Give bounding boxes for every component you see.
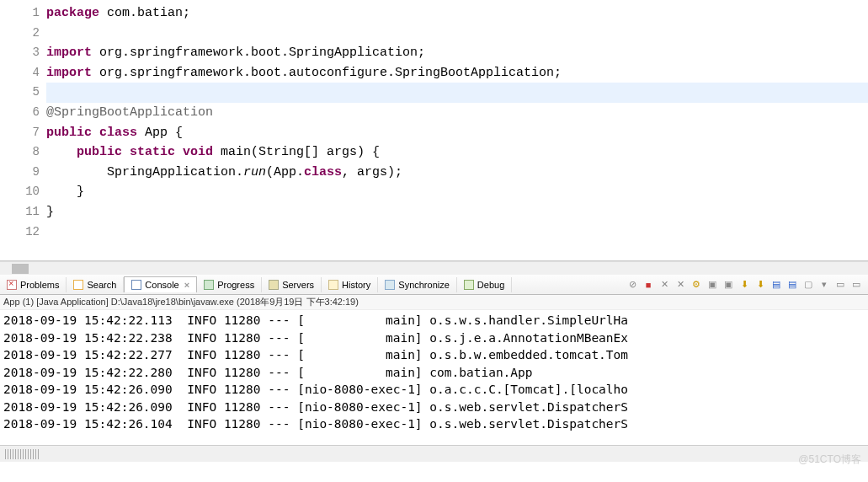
- line-number: 12: [0, 222, 40, 243]
- code-line[interactable]: }: [46, 202, 868, 222]
- tab-label: Servers: [282, 280, 314, 290]
- code-line[interactable]: [46, 222, 868, 243]
- line-number: 10: [0, 182, 40, 202]
- search-icon: [73, 280, 83, 290]
- tab-label: Problems: [20, 280, 59, 290]
- toolbar-button-3[interactable]: ✕: [674, 278, 687, 292]
- debug-icon: [464, 280, 474, 290]
- code-line[interactable]: [46, 24, 868, 44]
- toolbar-button-7[interactable]: ⬇: [738, 278, 751, 292]
- tab-label: Search: [87, 280, 116, 290]
- code-content[interactable]: package com.batian; import org.springfra…: [46, 0, 868, 260]
- tab-label: History: [342, 280, 370, 290]
- toolbar-button-0[interactable]: ⊘: [626, 278, 639, 292]
- views-tab-bar: ProblemsSearchConsole×ProgressServersHis…: [0, 275, 868, 295]
- tab-label: Progress: [217, 280, 254, 290]
- toolbar-button-12[interactable]: ▾: [817, 278, 831, 292]
- line-number: 1: [0, 3, 40, 24]
- toolbar-button-2[interactable]: ✕: [658, 278, 671, 292]
- servers-icon: [269, 280, 279, 290]
- tab-search[interactable]: Search: [67, 277, 124, 292]
- status-bar: [0, 445, 868, 462]
- code-line[interactable]: package com.batian;: [46, 3, 868, 24]
- line-number: 9: [0, 163, 40, 183]
- editor-horizontal-scrollbar[interactable]: [0, 261, 868, 275]
- line-number-gutter: 123456789101112: [0, 0, 46, 260]
- problems-icon: [7, 280, 17, 290]
- toolbar-button-6[interactable]: ▣: [722, 278, 735, 292]
- console-launch-info: App (1) [Java Application] D:\Java18\jre…: [0, 295, 868, 310]
- toolbar-button-4[interactable]: ⚙: [690, 278, 703, 292]
- code-line[interactable]: [46, 83, 868, 103]
- toolbar-button-9[interactable]: ▤: [769, 278, 783, 292]
- toolbar-button-1[interactable]: ■: [642, 278, 655, 292]
- close-icon[interactable]: ×: [184, 280, 189, 290]
- code-line[interactable]: import org.springframework.boot.SpringAp…: [46, 43, 868, 63]
- progress-icon: [204, 280, 214, 290]
- tab-label: Debug: [477, 280, 504, 290]
- toolbar-button-13[interactable]: ▭: [833, 278, 847, 292]
- console-line: 2018-09-19 15:42:22.238 INFO 11280 --- […: [3, 329, 865, 347]
- tab-synchronize[interactable]: Synchronize: [378, 277, 457, 292]
- line-number: 8: [0, 142, 40, 163]
- tab-problems[interactable]: Problems: [0, 277, 67, 292]
- line-number: 7: [0, 123, 40, 143]
- line-number: 4: [0, 63, 40, 83]
- code-line[interactable]: @SpringBootApplication: [46, 103, 868, 123]
- console-line: 2018-09-19 15:42:22.280 INFO 11280 --- […: [3, 364, 865, 382]
- toolbar-button-11[interactable]: ▢: [801, 278, 815, 292]
- console-icon: [131, 280, 141, 290]
- toolbar-button-5[interactable]: ▣: [706, 278, 719, 292]
- tab-servers[interactable]: Servers: [262, 277, 322, 292]
- scrollbar-thumb[interactable]: [12, 264, 29, 274]
- code-line[interactable]: }: [46, 182, 868, 202]
- console-output[interactable]: 2018-09-19 15:42:22.113 INFO 11280 --- […: [0, 310, 868, 445]
- code-line[interactable]: SpringApplication.run(App.class, args);: [46, 163, 868, 183]
- console-line: 2018-09-19 15:42:26.090 INFO 11280 --- […: [3, 399, 865, 416]
- console-line: 2018-09-19 15:42:26.104 INFO 11280 --- […: [3, 415, 865, 433]
- line-number: 3: [0, 43, 40, 63]
- tab-debug[interactable]: Debug: [457, 277, 512, 292]
- tab-progress[interactable]: Progress: [197, 277, 262, 292]
- code-line[interactable]: import org.springframework.boot.autoconf…: [46, 63, 868, 83]
- console-toolbar: ⊘■✕✕⚙▣▣⬇⬇▤▤▢▾▭▭: [626, 278, 868, 292]
- tab-console[interactable]: Console×: [124, 276, 197, 292]
- console-line: 2018-09-19 15:42:22.277 INFO 11280 --- […: [3, 346, 865, 364]
- watermark-text: @51CTO博客: [798, 453, 861, 467]
- toolbar-button-10[interactable]: ▤: [785, 278, 799, 292]
- tab-label: Console: [145, 280, 178, 290]
- line-number: 6: [0, 103, 40, 123]
- synchronize-icon: [385, 280, 395, 290]
- line-number: 11: [0, 202, 40, 222]
- history-icon: [328, 280, 338, 290]
- code-line[interactable]: public class App {: [46, 123, 868, 143]
- console-line: 2018-09-19 15:42:26.090 INFO 11280 --- […: [3, 381, 865, 399]
- console-line: 2018-09-19 15:42:22.113 INFO 11280 --- […: [3, 312, 865, 329]
- code-editor[interactable]: 123456789101112 package com.batian; impo…: [0, 0, 868, 261]
- resize-handle[interactable]: [5, 449, 39, 459]
- tab-history[interactable]: History: [322, 277, 378, 292]
- line-number: 5: [0, 83, 40, 103]
- toolbar-button-8[interactable]: ⬇: [754, 278, 767, 292]
- toolbar-button-14[interactable]: ▭: [849, 278, 863, 292]
- code-line[interactable]: public static void main(String[] args) {: [46, 142, 868, 163]
- tab-label: Synchronize: [398, 280, 450, 290]
- line-number: 2: [0, 24, 40, 44]
